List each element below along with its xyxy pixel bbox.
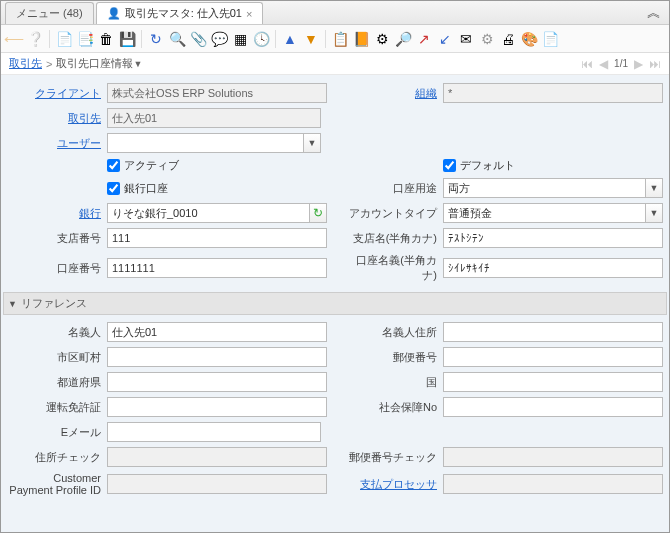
print-icon[interactable]: 🖨 (499, 30, 517, 48)
chevron-down-icon[interactable]: ▼ (303, 133, 321, 153)
breadcrumb-current[interactable]: 取引先口座情報 (56, 56, 133, 71)
grid-icon[interactable]: ▦ (231, 30, 249, 48)
triangle-down-icon: ▼ (8, 299, 17, 309)
chat-icon[interactable]: 💬 (210, 30, 228, 48)
payproc-field (443, 474, 663, 494)
label-acctkana: 口座名義(半角カナ) (343, 253, 443, 283)
chevron-down-icon[interactable]: ▼ (645, 178, 663, 198)
zoom-icon[interactable]: 🔎 (394, 30, 412, 48)
copy-icon[interactable]: 📑 (76, 30, 94, 48)
zip-field[interactable] (443, 347, 663, 367)
new-icon[interactable]: 📄 (55, 30, 73, 48)
user-combo[interactable] (107, 133, 303, 153)
help-icon[interactable]: ❔ (26, 30, 44, 48)
label-usage: 口座用途 (343, 181, 443, 196)
page-indicator: 1/1 (614, 58, 628, 69)
report-icon[interactable]: 📋 (331, 30, 349, 48)
label-accttype: アカウントタイプ (343, 206, 443, 221)
last-icon[interactable]: ⏭ (649, 57, 661, 71)
org-field (443, 83, 663, 103)
label-email: Eメール (7, 425, 107, 440)
collapse-icon[interactable]: ︽ (647, 4, 661, 22)
refresh-icon[interactable]: ↻ (309, 203, 327, 223)
addrchk-field (107, 447, 327, 467)
label-user[interactable]: ユーザー (7, 136, 107, 151)
back-icon[interactable]: ⟵ (5, 30, 23, 48)
archive-icon[interactable]: 📙 (352, 30, 370, 48)
close-icon[interactable]: × (246, 8, 252, 20)
label-holderaddr: 名義人住所 (343, 325, 443, 340)
label-ssn: 社会保障No (343, 400, 443, 415)
tab-bp-master[interactable]: 👤 取引先マスタ: 仕入先01 × (96, 2, 264, 24)
usage-combo[interactable] (443, 178, 645, 198)
history-icon[interactable]: 🕓 (252, 30, 270, 48)
acctno-field[interactable] (107, 258, 327, 278)
down-icon[interactable]: ▼ (302, 30, 320, 48)
label-zip: 郵便番号 (343, 350, 443, 365)
label-zipchk: 郵便番号チェック (343, 450, 443, 465)
bankacct-checkbox[interactable]: 銀行口座 (107, 181, 327, 196)
license-field[interactable] (107, 397, 327, 417)
label-bank[interactable]: 銀行 (7, 206, 107, 221)
label-country: 国 (343, 375, 443, 390)
pref-field[interactable] (107, 372, 327, 392)
custprof-field (107, 474, 327, 494)
active-checkbox[interactable]: アクティブ (107, 158, 327, 173)
process-icon[interactable]: ⚙ (373, 30, 391, 48)
client-field (107, 83, 327, 103)
label-holder: 名義人 (7, 325, 107, 340)
find-icon[interactable]: 🔍 (168, 30, 186, 48)
holder-field[interactable] (107, 322, 327, 342)
breadcrumb: 取引先 > 取引先口座情報 ▼ ⏮ ◀ 1/1 ▶ ⏭ (1, 53, 669, 75)
up-icon[interactable]: ▲ (281, 30, 299, 48)
acctkana-field[interactable] (443, 258, 663, 278)
label-org[interactable]: 組織 (343, 86, 443, 101)
label-custprof: Customer Payment Profile ID (7, 472, 107, 496)
breadcrumb-bp[interactable]: 取引先 (9, 56, 42, 71)
country-field[interactable] (443, 372, 663, 392)
tab-bar: メニュー (48) 👤 取引先マスタ: 仕入先01 × ︽ (1, 1, 669, 25)
default-checkbox[interactable]: デフォルト (443, 158, 663, 173)
csv-icon[interactable]: 📄 (541, 30, 559, 48)
chevron-down-icon[interactable]: ▼ (645, 203, 663, 223)
customize-icon[interactable]: 🎨 (520, 30, 538, 48)
tab-menu[interactable]: メニュー (48) (5, 2, 94, 24)
email-field[interactable] (107, 422, 321, 442)
refresh-icon[interactable]: ↻ (147, 30, 165, 48)
label-acctno: 口座番号 (7, 261, 107, 276)
attach-icon[interactable]: 📎 (189, 30, 207, 48)
bank-combo[interactable] (107, 203, 309, 223)
prev-icon[interactable]: ◀ (599, 57, 608, 71)
chevron-down-icon[interactable]: ▼ (133, 59, 142, 69)
toolbar: ⟵ ❔ 📄 📑 🗑 💾 ↻ 🔍 📎 💬 ▦ 🕓 ▲ ▼ 📋 📙 ⚙ 🔎 ↗ ↙ … (1, 25, 669, 53)
label-license: 運転免許証 (7, 400, 107, 415)
export-icon[interactable]: ↗ (415, 30, 433, 48)
save-icon[interactable]: 💾 (118, 30, 136, 48)
ssn-field[interactable] (443, 397, 663, 417)
city-field[interactable] (107, 347, 327, 367)
zipchk-field (443, 447, 663, 467)
section-reference[interactable]: ▼リファレンス (3, 292, 667, 315)
label-city: 市区町村 (7, 350, 107, 365)
gear-icon[interactable]: ⚙ (478, 30, 496, 48)
holderaddr-field[interactable] (443, 322, 663, 342)
label-pref: 都道府県 (7, 375, 107, 390)
person-icon: 👤 (107, 7, 121, 20)
branchkana-field[interactable] (443, 228, 663, 248)
delete-icon[interactable]: 🗑 (97, 30, 115, 48)
label-branchkana: 支店名(半角カナ) (343, 231, 443, 246)
label-addrchk: 住所チェック (7, 450, 107, 465)
label-bp[interactable]: 取引先 (7, 111, 107, 126)
label-client[interactable]: クライアント (7, 86, 107, 101)
label-branchno: 支店番号 (7, 231, 107, 246)
label-payproc[interactable]: 支払プロセッサ (343, 477, 443, 492)
mail-icon[interactable]: ✉ (457, 30, 475, 48)
accttype-combo[interactable] (443, 203, 645, 223)
import-icon[interactable]: ↙ (436, 30, 454, 48)
next-icon[interactable]: ▶ (634, 57, 643, 71)
first-icon[interactable]: ⏮ (581, 57, 593, 71)
branchno-field[interactable] (107, 228, 327, 248)
bp-field (107, 108, 321, 128)
pager: ⏮ ◀ 1/1 ▶ ⏭ (581, 57, 661, 71)
